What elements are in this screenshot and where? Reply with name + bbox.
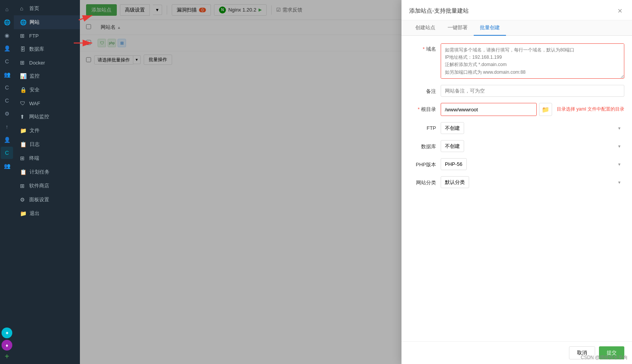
main-sidebar: ⌂ 首页 🌐 网站 ⊞ FTP 🗄 数据库 ⊞ Docker 📊 监控 🔒 安全…	[14, 0, 80, 364]
sidebar-webmonitor-label: 网站监控	[29, 113, 49, 120]
php-select[interactable]: PHP-56	[441, 158, 467, 170]
sidebar-item-webmonitor[interactable]: ⬆ 网站监控	[14, 110, 80, 124]
sidebar-store-label: 软件商店	[29, 182, 49, 189]
c4-sidebar-icon[interactable]: C	[1, 147, 13, 159]
sidebar-item-logs[interactable]: 📋 日志	[14, 137, 80, 151]
arrow-sidebar-icon[interactable]: ↑	[1, 121, 13, 133]
website-icon: 🌐	[20, 19, 27, 25]
sidebar-item-terminal[interactable]: ⊞ 终端	[14, 151, 80, 165]
sidebar-item-website[interactable]: 🌐 网站	[14, 15, 80, 29]
sidebar-files-label: 文件	[30, 127, 40, 134]
db-form-row: 数据库 不创建	[409, 140, 624, 152]
github-sidebar-icon[interactable]: ◉	[1, 29, 13, 41]
globe-sidebar-icon[interactable]: 🌐	[1, 16, 13, 28]
root-form-row: 根目录 📁 目录选择 yaml 文件中配置的目录	[409, 103, 624, 116]
sidebar-waf-label: WAF	[29, 101, 40, 106]
sidebar-item-files[interactable]: 📁 文件	[14, 124, 80, 137]
c1-sidebar-icon[interactable]: C	[1, 55, 13, 68]
root-dir-input[interactable]	[441, 103, 537, 116]
content-area: 添加站点 高级设置 ▾ 漏洞扫描 0 N Nginx 1.20.2 ▶ ☑ 需求…	[80, 0, 632, 364]
user2-sidebar-icon[interactable]: 👤	[1, 134, 13, 146]
php-label: PHP版本	[409, 158, 436, 168]
ftp-select[interactable]: 不创建	[441, 122, 464, 134]
db-select-wrapper: 不创建	[441, 140, 624, 152]
sidebar-item-tasks[interactable]: 📋 计划任务	[14, 165, 80, 179]
plus-icon[interactable]: +	[5, 352, 9, 361]
security-icon: 🔒	[20, 87, 27, 93]
sidebar-panel-label: 面板设置	[29, 196, 49, 203]
logout-icon: 📁	[20, 210, 27, 217]
sidebar-item-docker[interactable]: ⊞ Docker	[14, 56, 80, 69]
teal-action-icon[interactable]: ✦	[2, 328, 12, 338]
sidebar-item-store[interactable]: ⊞ 软件商店	[14, 179, 80, 193]
modal-title: 添加站点-支持批量建站	[409, 7, 469, 15]
category-select[interactable]: 默认分类	[441, 176, 469, 188]
terminal-icon: ⊞	[20, 155, 26, 161]
domain-textarea[interactable]	[441, 43, 624, 79]
remark-label: 备注	[409, 85, 436, 95]
docker-icon: ⊞	[20, 60, 26, 66]
webmonitor-icon: ⬆	[20, 114, 26, 120]
gear-sidebar-icon[interactable]: ⚙	[1, 108, 13, 120]
sidebar-item-monitor[interactable]: 📊 监控	[14, 69, 80, 83]
remark-input[interactable]	[441, 85, 624, 97]
ftp-label: FTP	[409, 122, 436, 131]
tab-create-site[interactable]: 创建站点	[409, 20, 441, 36]
home-icon: ⌂	[20, 5, 26, 12]
category-form-row: 网站分类 默认分类	[409, 176, 624, 188]
sidebar-item-database[interactable]: 🗄 数据库	[14, 42, 80, 56]
db-label: 数据库	[409, 140, 436, 150]
category-label: 网站分类	[409, 176, 436, 186]
sidebar-bottom-icons: ✦ ♦ +	[2, 328, 12, 361]
sidebar-database-label: 数据库	[29, 46, 44, 53]
remark-form-row: 备注	[409, 85, 624, 97]
modal-tabs: 创建站点 一键部署 批量创建	[401, 20, 632, 36]
sidebar-item-home[interactable]: ⌂ 首页	[14, 2, 80, 15]
purple-action-icon[interactable]: ♦	[2, 340, 12, 351]
sidebar-item-waf[interactable]: 🛡 WAF	[14, 97, 80, 110]
modal-close-button[interactable]: ✕	[615, 6, 624, 15]
root-hint-text: 目录选择 yaml 文件中配置的目录	[557, 103, 624, 113]
group-sidebar-icon[interactable]: 👥	[1, 68, 13, 81]
sidebar-item-security[interactable]: 🔒 安全	[14, 83, 80, 97]
ftp-select-wrapper: 不创建	[441, 122, 624, 134]
ftp-form-row: FTP 不创建	[409, 122, 624, 134]
ftp-icon: ⊞	[20, 33, 26, 39]
folder-picker-button[interactable]: 📁	[539, 103, 552, 116]
tab-batch-create[interactable]: 批量创建	[474, 20, 506, 36]
tasks-icon: 📋	[20, 169, 27, 175]
modal-form-body: 域名 备注 根目录 📁 目录	[401, 36, 632, 341]
sidebar-website-label: 网站	[30, 19, 40, 26]
group2-sidebar-icon[interactable]: 👥	[1, 160, 13, 172]
php-select-wrapper: PHP-56	[441, 158, 624, 170]
modal-header: 添加站点-支持批量建站 ✕	[401, 0, 632, 20]
logs-icon: 📋	[20, 141, 27, 147]
sidebar-item-ftp[interactable]: ⊞ FTP	[14, 29, 80, 42]
sidebar-security-label: 安全	[30, 86, 40, 93]
sidebar-tasks-label: 计划任务	[30, 169, 50, 175]
sidebar-docker-label: Docker	[29, 60, 45, 66]
c3-sidebar-icon[interactable]: C	[1, 94, 13, 107]
root-label: 根目录	[409, 103, 436, 113]
db-select[interactable]: 不创建	[441, 140, 464, 152]
c2-sidebar-icon[interactable]: C	[1, 81, 13, 94]
panel-icon: ⚙	[20, 197, 26, 203]
tab-one-click-deploy[interactable]: 一键部署	[441, 20, 474, 36]
sidebar-home-label: 首页	[29, 5, 39, 12]
home-sidebar-icon[interactable]: ⌂	[1, 3, 13, 15]
sidebar-item-panel[interactable]: ⚙ 面板设置	[14, 193, 80, 207]
user-sidebar-icon[interactable]: 👤	[1, 42, 13, 55]
sidebar-item-logout[interactable]: 📁 退出	[14, 207, 80, 220]
sidebar-terminal-label: 终端	[29, 155, 39, 162]
add-site-modal: 添加站点-支持批量建站 ✕ 创建站点 一键部署 批量创建 域名	[401, 0, 632, 364]
category-select-wrapper: 默认分类	[441, 176, 624, 188]
domain-form-row: 域名	[409, 43, 624, 79]
sidebar-logout-label: 退出	[30, 210, 40, 217]
sidebar-ftp-label: FTP	[29, 33, 39, 39]
monitor-icon: 📊	[20, 73, 27, 79]
sidebar-logs-label: 日志	[30, 141, 40, 148]
database-icon: 🗄	[20, 46, 26, 52]
modal-overlay: 添加站点-支持批量建站 ✕ 创建站点 一键部署 批量创建 域名	[80, 0, 632, 364]
store-icon: ⊞	[20, 183, 26, 189]
php-form-row: PHP版本 PHP-56	[409, 158, 624, 170]
